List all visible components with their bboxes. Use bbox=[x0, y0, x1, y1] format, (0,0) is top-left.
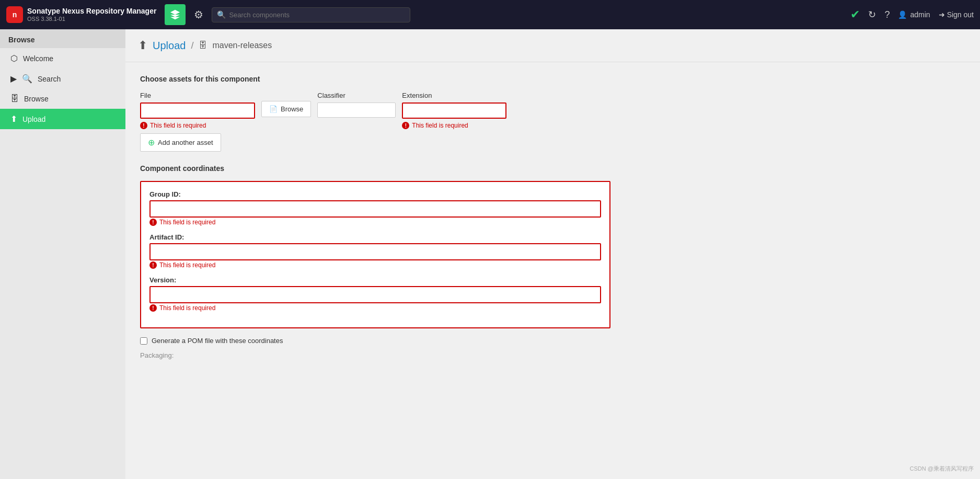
user-menu[interactable]: 👤 admin bbox=[898, 10, 930, 19]
sidebar-item-browse-label: Browse bbox=[24, 95, 49, 103]
version-input[interactable] bbox=[149, 286, 601, 303]
search-mag-icon: 🔍 bbox=[22, 74, 32, 84]
sidebar-item-search-label: Search bbox=[38, 75, 61, 83]
packaging-label: Packaging: bbox=[140, 351, 174, 359]
watermark: CSDN @乘着清风写程序 bbox=[910, 465, 974, 473]
packages-nav-button[interactable] bbox=[165, 4, 186, 25]
logo-text: Sonatype Nexus Repository Manager OSS 3.… bbox=[27, 7, 156, 22]
pom-checkbox[interactable] bbox=[140, 337, 147, 345]
browse-label: Browse bbox=[281, 105, 303, 113]
breadcrumb: ⬆ Upload / 🗄 maven-releases bbox=[125, 29, 980, 62]
classifier-label: Classifier bbox=[317, 92, 396, 99]
group-id-error-icon: ! bbox=[149, 219, 157, 226]
settings-icon[interactable]: ⚙ bbox=[190, 8, 207, 21]
file-error-text: This field is required bbox=[150, 122, 206, 129]
search-nav-icon: ▶ bbox=[10, 74, 17, 84]
signout-icon: ➜ bbox=[939, 10, 945, 19]
user-icon: 👤 bbox=[898, 10, 907, 19]
search-input[interactable] bbox=[212, 7, 410, 22]
signout-label: Sign out bbox=[947, 10, 974, 19]
file-error-icon: ! bbox=[140, 122, 147, 129]
breadcrumb-upload-link[interactable]: Upload bbox=[153, 40, 186, 52]
breadcrumb-upload-icon: ⬆ bbox=[138, 39, 147, 52]
extension-field-group: Extension ! This field is required bbox=[402, 92, 506, 129]
version-error: ! This field is required bbox=[149, 304, 601, 312]
artifact-id-error-icon: ! bbox=[149, 261, 157, 269]
sidebar-item-upload[interactable]: ⬆ Upload bbox=[0, 109, 125, 129]
sidebar-item-browse[interactable]: 🗄 Browse bbox=[0, 89, 125, 109]
extension-input[interactable] bbox=[402, 102, 506, 119]
assets-section-title: Choose assets for this component bbox=[140, 75, 965, 83]
pom-label: Generate a POM file with these coordinat… bbox=[152, 337, 283, 345]
version-error-icon: ! bbox=[149, 304, 157, 312]
classifier-field-group: Classifier bbox=[317, 92, 396, 118]
search-area: 🔍 bbox=[212, 7, 410, 22]
artifact-id-error-text: This field is required bbox=[159, 261, 215, 269]
logo-title: Sonatype Nexus Repository Manager bbox=[27, 7, 156, 16]
add-asset-icon: ⊕ bbox=[148, 138, 155, 147]
packaging-row: Packaging: bbox=[140, 351, 965, 359]
breadcrumb-db-icon: 🗄 bbox=[199, 41, 207, 50]
group-id-row: Group ID: ! This field is required bbox=[149, 190, 601, 226]
add-asset-button[interactable]: ⊕ Add another asset bbox=[140, 133, 221, 152]
file-input[interactable] bbox=[140, 102, 255, 119]
add-asset-label: Add another asset bbox=[158, 139, 213, 146]
file-label: File bbox=[140, 92, 255, 99]
welcome-icon: ⬡ bbox=[10, 53, 18, 63]
upload-nav-icon: ⬆ bbox=[10, 114, 17, 124]
search-icon: 🔍 bbox=[217, 10, 226, 19]
sidebar-section-title: Browse bbox=[0, 29, 125, 48]
coordinates-section-title: Component coordinates bbox=[140, 164, 965, 173]
logo-area: n Sonatype Nexus Repository Manager OSS … bbox=[6, 6, 156, 23]
breadcrumb-repo-label: maven-releases bbox=[212, 41, 272, 50]
sidebar: Browse ⬡ Welcome ▶ 🔍 Search 🗄 Browse ⬆ U… bbox=[0, 29, 125, 479]
extension-error-icon: ! bbox=[402, 122, 409, 129]
artifact-id-input[interactable] bbox=[149, 243, 601, 260]
help-icon[interactable]: ? bbox=[884, 9, 890, 20]
artifact-id-error: ! This field is required bbox=[149, 261, 601, 269]
logo-sub: OSS 3.38.1-01 bbox=[27, 16, 156, 22]
sidebar-item-search[interactable]: ▶ 🔍 Search bbox=[0, 69, 125, 89]
file-error: ! This field is required bbox=[140, 122, 255, 129]
sidebar-item-welcome[interactable]: ⬡ Welcome bbox=[0, 48, 125, 69]
username-label: admin bbox=[910, 10, 930, 19]
browse-file-icon: 📄 bbox=[269, 105, 278, 113]
group-id-input[interactable] bbox=[149, 200, 601, 218]
sidebar-item-welcome-label: Welcome bbox=[23, 54, 53, 63]
version-label: Version: bbox=[149, 276, 601, 284]
group-id-error: ! This field is required bbox=[149, 219, 601, 226]
topnav: n Sonatype Nexus Repository Manager OSS … bbox=[0, 0, 980, 29]
version-row: Version: ! This field is required bbox=[149, 276, 601, 312]
assets-grid: File ! This field is required 📄 Browse C… bbox=[140, 92, 965, 129]
group-id-error-text: This field is required bbox=[159, 219, 215, 226]
version-error-text: This field is required bbox=[159, 304, 215, 312]
pom-row: Generate a POM file with these coordinat… bbox=[140, 337, 965, 345]
main-content: ⬆ Upload / 🗄 maven-releases Choose asset… bbox=[125, 29, 980, 479]
status-check-icon: ✔ bbox=[850, 8, 860, 21]
refresh-icon[interactable]: ↻ bbox=[868, 9, 876, 20]
sidebar-item-upload-label: Upload bbox=[22, 115, 45, 123]
artifact-id-row: Artifact ID: ! This field is required bbox=[149, 233, 601, 269]
browse-button[interactable]: 📄 Browse bbox=[261, 101, 311, 117]
classifier-input[interactable] bbox=[317, 102, 396, 118]
artifact-id-label: Artifact ID: bbox=[149, 233, 601, 241]
signout-button[interactable]: ➜ Sign out bbox=[939, 10, 974, 19]
extension-error: ! This field is required bbox=[402, 122, 506, 129]
browse-icon: 🗄 bbox=[10, 94, 19, 104]
extension-error-text: This field is required bbox=[412, 122, 468, 129]
content-area: Choose assets for this component File ! … bbox=[125, 62, 980, 372]
breadcrumb-separator: / bbox=[191, 40, 193, 51]
logo-icon: n bbox=[6, 6, 23, 23]
file-field-group: File ! This field is required bbox=[140, 92, 255, 129]
extension-label: Extension bbox=[402, 92, 506, 99]
coordinates-section: Group ID: ! This field is required Artif… bbox=[140, 181, 610, 328]
main-layout: Browse ⬡ Welcome ▶ 🔍 Search 🗄 Browse ⬆ U… bbox=[0, 29, 980, 479]
group-id-label: Group ID: bbox=[149, 190, 601, 198]
nav-right-area: ✔ ↻ ? 👤 admin ➜ Sign out bbox=[850, 8, 974, 21]
